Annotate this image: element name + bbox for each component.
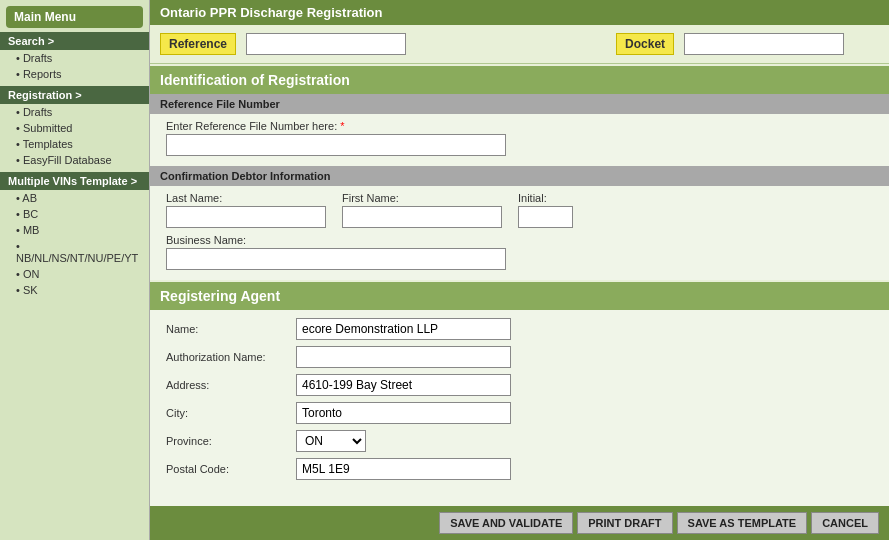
main-content: Ontario PPR Discharge Registration Refer… bbox=[150, 0, 889, 540]
search-section-header[interactable]: Search > bbox=[0, 32, 149, 50]
initial-label: Initial: bbox=[518, 192, 573, 204]
agent-city-input[interactable] bbox=[296, 402, 511, 424]
first-name-label: First Name: bbox=[342, 192, 502, 204]
print-draft-button[interactable]: PRINT DRAFT bbox=[577, 512, 672, 534]
footer-bar: SAVE AND VALIDATE PRINT DRAFT SAVE AS TE… bbox=[150, 506, 889, 540]
sidebar-item-reg-submitted[interactable]: Submitted bbox=[0, 120, 149, 136]
reference-bar: Reference Docket bbox=[150, 25, 889, 64]
agent-postal-input[interactable] bbox=[296, 458, 511, 480]
sidebar-item-on[interactable]: ON bbox=[0, 266, 149, 282]
agent-address-input[interactable] bbox=[296, 374, 511, 396]
multiple-vins-header[interactable]: Multiple VINs Template > bbox=[0, 172, 149, 190]
save-validate-button[interactable]: SAVE AND VALIDATE bbox=[439, 512, 573, 534]
confirmation-subsection-header: Confirmation Debtor Information bbox=[150, 166, 889, 186]
sidebar-item-ab[interactable]: AB bbox=[0, 190, 149, 206]
registering-agent-header: Registering Agent bbox=[150, 282, 889, 310]
docket-input[interactable] bbox=[684, 33, 844, 55]
agent-form: Name: Authorization Name: Address: City:… bbox=[150, 310, 889, 488]
agent-postal-label: Postal Code: bbox=[166, 463, 296, 475]
sidebar: Main Menu Search > Drafts Reports Regist… bbox=[0, 0, 150, 540]
sidebar-item-reg-templates[interactable]: Templates bbox=[0, 136, 149, 152]
agent-auth-input[interactable] bbox=[296, 346, 511, 368]
sidebar-item-search-reports[interactable]: Reports bbox=[0, 66, 149, 82]
agent-auth-label: Authorization Name: bbox=[166, 351, 296, 363]
business-name-input[interactable] bbox=[166, 248, 506, 270]
agent-name-input[interactable] bbox=[296, 318, 511, 340]
agent-province-label: Province: bbox=[166, 435, 296, 447]
reference-label: Reference bbox=[160, 33, 236, 55]
save-template-button[interactable]: SAVE AS TEMPLATE bbox=[677, 512, 808, 534]
sidebar-item-reg-drafts[interactable]: Drafts bbox=[0, 104, 149, 120]
reference-input[interactable] bbox=[246, 33, 406, 55]
registration-section-header[interactable]: Registration > bbox=[0, 86, 149, 104]
docket-label: Docket bbox=[616, 33, 674, 55]
last-name-input[interactable] bbox=[166, 206, 326, 228]
agent-city-label: City: bbox=[166, 407, 296, 419]
sidebar-item-search-drafts[interactable]: Drafts bbox=[0, 50, 149, 66]
sidebar-item-sk[interactable]: SK bbox=[0, 282, 149, 298]
ref-file-label: Enter Reference File Number here: * bbox=[166, 120, 873, 132]
sidebar-item-nb-etc[interactable]: NB/NL/NS/NT/NU/PE/YT bbox=[0, 238, 149, 266]
agent-name-label: Name: bbox=[166, 323, 296, 335]
business-name-label: Business Name: bbox=[166, 234, 873, 246]
agent-address-label: Address: bbox=[166, 379, 296, 391]
page-title: Ontario PPR Discharge Registration bbox=[150, 0, 889, 25]
sidebar-item-mb[interactable]: MB bbox=[0, 222, 149, 238]
sidebar-item-reg-easyfill[interactable]: EasyFill Database bbox=[0, 152, 149, 168]
ref-file-input[interactable] bbox=[166, 134, 506, 156]
cancel-button[interactable]: CANCEL bbox=[811, 512, 879, 534]
sidebar-item-bc[interactable]: BC bbox=[0, 206, 149, 222]
first-name-input[interactable] bbox=[342, 206, 502, 228]
last-name-label: Last Name: bbox=[166, 192, 326, 204]
agent-province-select[interactable]: AB BC MB NB NL NS NT NU ON PE QC SK YT bbox=[296, 430, 366, 452]
ref-file-subsection-header: Reference File Number bbox=[150, 94, 889, 114]
initial-input[interactable] bbox=[518, 206, 573, 228]
main-menu-button[interactable]: Main Menu bbox=[6, 6, 143, 28]
identification-section-header: Identification of Registration bbox=[150, 66, 889, 94]
